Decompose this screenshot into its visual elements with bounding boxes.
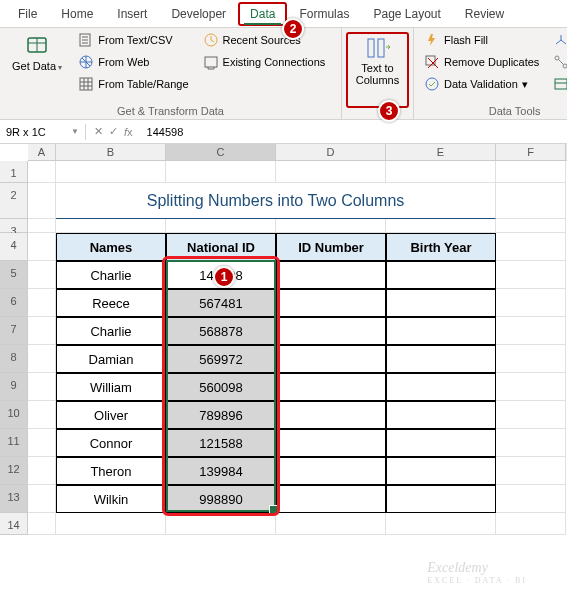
row-header-9[interactable]: 9	[0, 373, 28, 401]
cell-id-number[interactable]	[276, 485, 386, 513]
cell-B3[interactable]	[56, 219, 166, 233]
cell-name[interactable]: Reece	[56, 289, 166, 317]
cell-A2[interactable]	[28, 183, 56, 219]
cell-E1[interactable]	[386, 161, 496, 183]
row-header-10[interactable]: 10	[0, 401, 28, 429]
col-header-C[interactable]: C	[166, 144, 276, 160]
cell-national-id[interactable]: 567481	[166, 289, 276, 317]
cell-F5[interactable]	[496, 261, 566, 289]
col-header-F[interactable]: F	[496, 144, 566, 160]
cell-id-number[interactable]	[276, 345, 386, 373]
cell-E14[interactable]	[386, 513, 496, 535]
cell-id-number[interactable]	[276, 401, 386, 429]
row-header-4[interactable]: 4	[0, 233, 28, 261]
cell-A14[interactable]	[28, 513, 56, 535]
formula-input[interactable]: 144598	[141, 124, 567, 140]
tab-data[interactable]: Data	[238, 2, 287, 26]
flash-fill-button[interactable]: Flash Fill	[420, 30, 543, 50]
cell-national-id[interactable]: 569972	[166, 345, 276, 373]
cell-birth-year[interactable]	[386, 289, 496, 317]
cell-F3[interactable]	[496, 219, 566, 233]
cell-B14[interactable]	[56, 513, 166, 535]
row-header-14[interactable]: 14	[0, 513, 28, 535]
title-cell[interactable]: Splitting Numbers into Two Columns	[56, 183, 496, 219]
cell-id-number[interactable]	[276, 289, 386, 317]
row-header-11[interactable]: 11	[0, 429, 28, 457]
relationships-button[interactable]: Relati	[549, 52, 567, 72]
row-header-5[interactable]: 5	[0, 261, 28, 289]
cell-birth-year[interactable]	[386, 345, 496, 373]
cell-national-id[interactable]: 560098	[166, 373, 276, 401]
enter-icon[interactable]: ✓	[109, 125, 118, 138]
cell-birth-year[interactable]	[386, 429, 496, 457]
recent-sources-button[interactable]: Recent Sources	[199, 30, 330, 50]
cell-F13[interactable]	[496, 485, 566, 513]
col-header-A[interactable]: A	[28, 144, 56, 160]
cell-name[interactable]: Charlie	[56, 261, 166, 289]
header-national-id[interactable]: National ID	[166, 233, 276, 261]
cell-national-id[interactable]: 139984	[166, 457, 276, 485]
cell-national-id[interactable]: 568878	[166, 317, 276, 345]
cell-id-number[interactable]	[276, 317, 386, 345]
remove-duplicates-button[interactable]: Remove Duplicates	[420, 52, 543, 72]
cell-national-id[interactable]: 121588	[166, 429, 276, 457]
from-text-csv-button[interactable]: From Text/CSV	[74, 30, 192, 50]
existing-connections-button[interactable]: Existing Connections	[199, 52, 330, 72]
col-header-B[interactable]: B	[56, 144, 166, 160]
cell-F4[interactable]	[496, 233, 566, 261]
cell-name[interactable]: William	[56, 373, 166, 401]
cell-birth-year[interactable]	[386, 485, 496, 513]
cell-D14[interactable]	[276, 513, 386, 535]
col-header-E[interactable]: E	[386, 144, 496, 160]
cell-F9[interactable]	[496, 373, 566, 401]
cell-national-id[interactable]: 789896	[166, 401, 276, 429]
cell-name[interactable]: Connor	[56, 429, 166, 457]
tab-review[interactable]: Review	[453, 2, 516, 26]
cell-B1[interactable]	[56, 161, 166, 183]
cell-F8[interactable]	[496, 345, 566, 373]
cell-F7[interactable]	[496, 317, 566, 345]
tab-developer[interactable]: Developer	[159, 2, 238, 26]
cell-id-number[interactable]	[276, 261, 386, 289]
cell-A12[interactable]	[28, 457, 56, 485]
data-validation-button[interactable]: Data Validation ▾	[420, 74, 543, 94]
cell-birth-year[interactable]	[386, 261, 496, 289]
row-header-1[interactable]: 1	[0, 161, 28, 183]
cell-A4[interactable]	[28, 233, 56, 261]
cell-C3[interactable]	[166, 219, 276, 233]
tab-home[interactable]: Home	[49, 2, 105, 26]
cell-F11[interactable]	[496, 429, 566, 457]
cell-E3[interactable]	[386, 219, 496, 233]
from-web-button[interactable]: From Web	[74, 52, 192, 72]
row-header-7[interactable]: 7	[0, 317, 28, 345]
row-header-3[interactable]: 3	[0, 219, 28, 233]
row-header-13[interactable]: 13	[0, 485, 28, 513]
cell-D3[interactable]	[276, 219, 386, 233]
cell-F1[interactable]	[496, 161, 566, 183]
cell-F12[interactable]	[496, 457, 566, 485]
cell-id-number[interactable]	[276, 429, 386, 457]
tab-insert[interactable]: Insert	[105, 2, 159, 26]
tab-page-layout[interactable]: Page Layout	[361, 2, 452, 26]
text-to-columns-button[interactable]: Text to Columns	[346, 32, 409, 108]
get-data-button[interactable]: Get Data ▾	[6, 30, 68, 78]
cell-birth-year[interactable]	[386, 457, 496, 485]
cell-A6[interactable]	[28, 289, 56, 317]
cell-name[interactable]: Charlie	[56, 317, 166, 345]
cell-birth-year[interactable]	[386, 317, 496, 345]
cell-A8[interactable]	[28, 345, 56, 373]
from-table-range-button[interactable]: From Table/Range	[74, 74, 192, 94]
cell-D1[interactable]	[276, 161, 386, 183]
row-header-12[interactable]: 12	[0, 457, 28, 485]
header-id-number[interactable]: ID Number	[276, 233, 386, 261]
cell-name[interactable]: Theron	[56, 457, 166, 485]
col-header-D[interactable]: D	[276, 144, 386, 160]
cell-name[interactable]: Wilkin	[56, 485, 166, 513]
cell-F14[interactable]	[496, 513, 566, 535]
consolidate-button[interactable]: Conso	[549, 30, 567, 50]
cell-id-number[interactable]	[276, 373, 386, 401]
cell-birth-year[interactable]	[386, 401, 496, 429]
cell-A10[interactable]	[28, 401, 56, 429]
cell-A13[interactable]	[28, 485, 56, 513]
cell-A11[interactable]	[28, 429, 56, 457]
